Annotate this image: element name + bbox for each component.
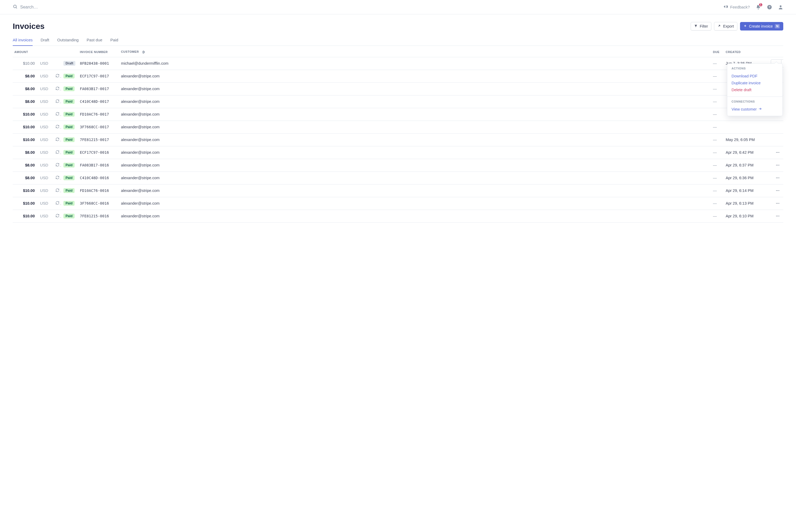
- amount-cell: $8.00: [13, 159, 38, 171]
- more-row-button[interactable]: [773, 174, 782, 182]
- amount-cell: $8.00: [13, 171, 38, 184]
- col-invoice-number[interactable]: INVOICE NUMBER: [78, 46, 119, 57]
- table-row[interactable]: $10.00USDDraft8FB28438-0001michael@dunde…: [13, 57, 783, 70]
- status-cell: Paid: [61, 95, 78, 108]
- col-created[interactable]: CREATED: [724, 46, 769, 57]
- more-row-button[interactable]: [773, 149, 782, 156]
- more-row-button[interactable]: [773, 212, 782, 220]
- invoice-number-cell: 3F7668CC-0016: [78, 197, 119, 210]
- export-icon: [718, 24, 721, 28]
- table-row[interactable]: $8.00USDPaidC410C48D-0016alexander@strip…: [13, 171, 783, 184]
- svg-point-16: [778, 165, 779, 166]
- amount-cell: $8.00: [13, 70, 38, 82]
- table-row[interactable]: $10.00USDPaid3F7668CC-0017alexander@stri…: [13, 120, 783, 133]
- table-row[interactable]: $10.00USDPaid7FE81215-0017alexander@stri…: [13, 133, 783, 146]
- header-actions: Filter Export Create invoice N: [691, 22, 783, 31]
- currency-cell: USD: [38, 70, 53, 82]
- profile-button[interactable]: [778, 4, 783, 10]
- duplicate-invoice-item[interactable]: Duplicate invoice: [731, 79, 778, 87]
- currency-cell: USD: [38, 197, 53, 210]
- status-cell: Paid: [61, 146, 78, 159]
- table-row[interactable]: $10.00USDPaidFD10AC76-0016alexander@stri…: [13, 184, 783, 197]
- download-pdf-item[interactable]: Download PDF: [731, 73, 778, 79]
- svg-text:?: ?: [768, 5, 770, 9]
- more-row-button[interactable]: [773, 161, 782, 169]
- amount-cell: $10.00: [13, 184, 38, 197]
- col-customer[interactable]: CUSTOMER: [119, 46, 711, 57]
- recurring-icon: [55, 74, 59, 78]
- status-badge: Paid: [64, 188, 75, 193]
- customer-cell: alexander@stripe.com: [119, 70, 711, 82]
- created-cell: May 29, 6:05 PM: [724, 133, 769, 146]
- tab-paid[interactable]: Paid: [110, 36, 118, 46]
- table-row[interactable]: $10.00USDPaid3F7668CC-0016alexander@stri…: [13, 197, 783, 210]
- status-badge: Paid: [64, 112, 75, 117]
- currency-cell: USD: [38, 82, 53, 95]
- customer-cell: alexander@stripe.com: [119, 159, 711, 171]
- svg-point-4: [780, 5, 782, 7]
- topbar-right: Feedback? 1 ?: [723, 4, 783, 10]
- amount-cell: $8.00: [13, 95, 38, 108]
- help-button[interactable]: ?: [767, 4, 772, 10]
- recurring-icon: [55, 214, 59, 217]
- status-badge: Paid: [64, 87, 75, 91]
- dropdown-connections-header: CONNECTIONS: [731, 100, 778, 103]
- search-input[interactable]: [20, 5, 100, 10]
- amount-cell: $10.00: [13, 108, 38, 120]
- invoice-number-cell: FD10AC76-0017: [78, 108, 119, 120]
- feedback-label: Feedback?: [730, 5, 750, 9]
- svg-line-1: [16, 7, 17, 8]
- tab-draft[interactable]: Draft: [41, 36, 49, 46]
- invoice-number-cell: C410C48D-0016: [78, 171, 119, 184]
- table-row[interactable]: $10.00USDPaid7FE81215-0016alexander@stri…: [13, 210, 783, 222]
- table-row[interactable]: $8.00USDPaidFA083B17-0016alexander@strip…: [13, 159, 783, 171]
- currency-cell: USD: [38, 57, 53, 70]
- tab-all-invoices[interactable]: All invoices: [13, 36, 33, 46]
- gear-icon[interactable]: [141, 50, 145, 54]
- more-row-button[interactable]: [773, 200, 782, 207]
- table-row[interactable]: $8.00USDPaidFA083B17-0017alexander@strip…: [13, 82, 783, 95]
- svg-point-20: [776, 190, 777, 191]
- status-badge: Paid: [64, 175, 75, 180]
- row-actions-dropdown: ACTIONS Download PDF Duplicate invoice D…: [727, 63, 783, 116]
- row-actions-cell: [769, 133, 783, 146]
- table-row[interactable]: $10.00USDPaidFD10AC76-0017alexander@stri…: [13, 108, 783, 120]
- page-header: Invoices Filter Export Create invoice N: [13, 22, 783, 31]
- recurring-icon: [55, 125, 59, 129]
- amount-cell: $8.00: [13, 146, 38, 159]
- customer-cell: alexander@stripe.com: [119, 210, 711, 222]
- row-actions-cell: [769, 184, 783, 197]
- tab-past-due[interactable]: Past due: [87, 36, 102, 46]
- view-customer-item[interactable]: View customer: [731, 106, 778, 113]
- feedback-button[interactable]: Feedback?: [723, 4, 750, 10]
- status-badge: Paid: [64, 163, 75, 168]
- recurring-cell: [53, 57, 61, 70]
- due-cell: —: [711, 108, 724, 120]
- table-row[interactable]: $8.00USDPaidC410C48D-0017alexander@strip…: [13, 95, 783, 108]
- recurring-cell: [53, 70, 61, 82]
- row-actions-cell: [769, 197, 783, 210]
- search-wrap[interactable]: [13, 4, 723, 10]
- invoice-number-cell: FA083B17-0016: [78, 159, 119, 171]
- col-due[interactable]: DUE: [711, 46, 724, 57]
- table-row[interactable]: $8.00USDPaidECF17C97-0017alexander@strip…: [13, 70, 783, 82]
- recurring-cell: [53, 184, 61, 197]
- col-amount[interactable]: AMOUNT: [13, 46, 38, 57]
- delete-draft-item[interactable]: Delete draft: [731, 87, 778, 93]
- filter-icon: [694, 24, 698, 28]
- create-invoice-button[interactable]: Create invoice N: [740, 22, 783, 31]
- row-actions-cell: [769, 171, 783, 184]
- dropdown-actions-header: ACTIONS: [731, 67, 778, 70]
- currency-cell: USD: [38, 95, 53, 108]
- status-cell: Paid: [61, 171, 78, 184]
- table-row[interactable]: $8.00USDPaidECF17C97-0016alexander@strip…: [13, 146, 783, 159]
- due-cell: —: [711, 171, 724, 184]
- invoice-number-cell: 8FB28438-0001: [78, 57, 119, 70]
- filter-button[interactable]: Filter: [691, 22, 711, 31]
- tab-outstanding[interactable]: Outstanding: [57, 36, 79, 46]
- invoice-number-cell: ECF17C97-0017: [78, 70, 119, 82]
- export-button[interactable]: Export: [714, 22, 737, 31]
- due-cell: —: [711, 197, 724, 210]
- notifications-button[interactable]: 1: [756, 4, 761, 10]
- more-row-button[interactable]: [773, 187, 782, 194]
